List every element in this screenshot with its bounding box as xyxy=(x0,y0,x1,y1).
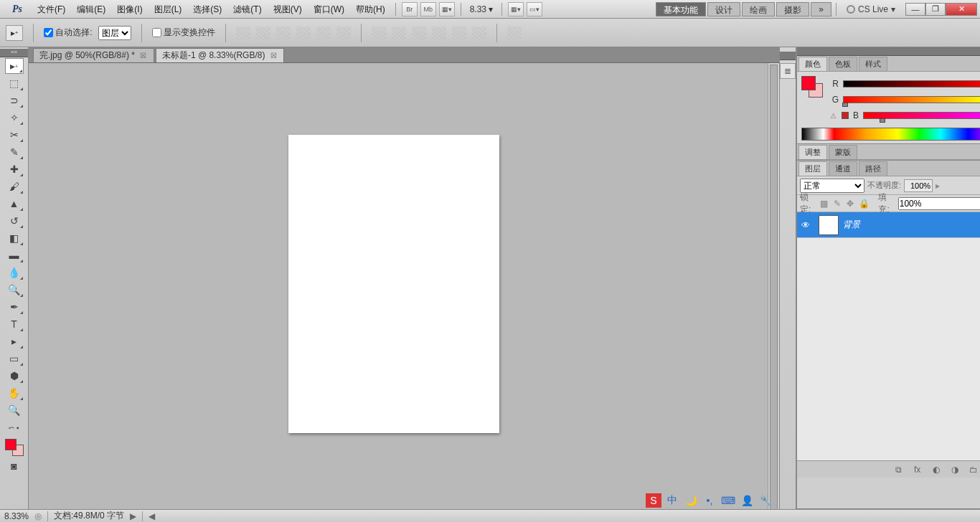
close-tab-icon[interactable]: ☒ xyxy=(269,52,278,60)
stamp-tool[interactable]: ▲ xyxy=(5,196,24,212)
blur-tool[interactable]: 💧 xyxy=(5,265,24,280)
tab-layers[interactable]: 图层 xyxy=(798,161,827,176)
link-layers-icon[interactable]: ⧉ xyxy=(892,464,905,475)
layer-name[interactable]: 背景 xyxy=(843,219,980,231)
type-tool[interactable]: T xyxy=(5,316,24,332)
history-brush-tool[interactable]: ↺ xyxy=(5,213,24,229)
opacity-stepper-icon[interactable]: ▸ xyxy=(936,181,940,191)
color-swatches[interactable] xyxy=(4,437,25,457)
tray-icon[interactable]: 🔧 xyxy=(758,493,773,508)
status-zoom[interactable]: 8.33% xyxy=(4,511,29,521)
panel-fg-swatch[interactable] xyxy=(801,76,816,90)
tab-channels[interactable]: 通道 xyxy=(829,161,857,176)
tray-icon[interactable]: 👤 xyxy=(739,493,755,508)
adjustment-layer-icon[interactable]: ◑ xyxy=(948,464,961,475)
path-select-tool[interactable]: ▸ xyxy=(5,333,24,349)
lock-pixels-icon[interactable]: ✎ xyxy=(833,198,842,209)
gamut-swatch[interactable] xyxy=(842,112,849,119)
visibility-toggle-icon[interactable]: 👁 xyxy=(797,220,814,230)
eraser-tool[interactable]: ◧ xyxy=(5,230,24,246)
show-transform-checkbox[interactable]: 显示变换控件 xyxy=(152,27,215,39)
tab-color[interactable]: 颜色 xyxy=(798,57,827,71)
menu-window[interactable]: 窗口(W) xyxy=(308,2,350,16)
workspace-photo[interactable]: 摄影 xyxy=(776,2,809,16)
menu-filter[interactable]: 滤镜(T) xyxy=(227,2,267,16)
close-button[interactable]: ✕ xyxy=(946,3,977,16)
quickmask-tool[interactable]: ◙ xyxy=(5,458,24,474)
panel-color-swatches[interactable] xyxy=(801,76,823,98)
swap-colors-icon[interactable]: ⤺ ▪ xyxy=(5,422,24,432)
lock-transparency-icon[interactable]: ▩ xyxy=(819,198,828,209)
mask-icon[interactable]: ◐ xyxy=(930,464,943,475)
crop-tool[interactable]: ✂ xyxy=(5,127,24,143)
menu-select[interactable]: 选择(S) xyxy=(187,2,227,16)
history-panel-icon[interactable]: ≣ xyxy=(780,63,796,79)
hand-tool[interactable]: ✋ xyxy=(5,385,24,401)
tab-adjustments[interactable]: 调整 xyxy=(798,145,827,159)
gamut-warning-icon[interactable]: ⚠ xyxy=(830,112,837,119)
dock-grip[interactable] xyxy=(780,52,796,60)
tab-paths[interactable]: 路径 xyxy=(859,161,887,176)
lock-all-icon[interactable]: 🔒 xyxy=(859,198,870,209)
tab-masks[interactable]: 蒙版 xyxy=(829,145,857,159)
status-scroll-left-icon[interactable]: ◀ xyxy=(149,511,155,521)
workspace-design[interactable]: 设计 xyxy=(707,2,740,16)
move-tool[interactable]: ▸+ xyxy=(5,58,24,74)
tab-swatches[interactable]: 色板 xyxy=(829,57,857,71)
3d-tool[interactable]: ⬢ xyxy=(5,368,24,384)
canvas[interactable] xyxy=(288,135,499,433)
workspace-more[interactable]: » xyxy=(811,2,831,16)
maximize-button[interactable]: ❐ xyxy=(925,3,946,16)
panel-grip[interactable] xyxy=(797,47,980,56)
menu-image[interactable]: 图像(I) xyxy=(111,2,148,16)
vertical-scrollbar[interactable] xyxy=(768,63,779,509)
opacity-input[interactable] xyxy=(904,179,933,192)
g-slider[interactable] xyxy=(843,96,980,103)
zoom-tool[interactable]: 🔍 xyxy=(5,402,24,418)
document-tab[interactable]: 未标题-1 @ 8.33%(RGB/8) ☒ xyxy=(156,48,285,62)
marquee-tool[interactable]: ⬚ xyxy=(5,75,24,91)
menu-edit[interactable]: 编辑(E) xyxy=(71,2,111,16)
current-tool-icon[interactable]: ▸+ xyxy=(6,25,23,41)
shape-tool[interactable]: ▭ xyxy=(5,351,24,366)
zoom-indicator[interactable]: 8.33 ▾ xyxy=(466,4,498,14)
tray-icon[interactable]: •, xyxy=(702,493,717,508)
auto-select-dropdown[interactable]: 图层 xyxy=(98,26,131,40)
lasso-tool[interactable]: ⊃ xyxy=(5,92,24,108)
brush-tool[interactable]: 🖌 xyxy=(5,179,24,194)
screenmode-button[interactable]: ▭▾ xyxy=(527,2,542,16)
auto-select-checkbox[interactable]: 自动选择: xyxy=(44,27,93,39)
quick-select-tool[interactable]: ✧ xyxy=(5,110,24,125)
layer-row[interactable]: 👁 背景 🔒 xyxy=(797,212,980,238)
tray-icon[interactable]: ⌨ xyxy=(720,493,736,508)
menu-layer[interactable]: 图层(L) xyxy=(149,2,188,16)
tray-icon[interactable]: S xyxy=(646,493,661,508)
workspace-paint[interactable]: 绘画 xyxy=(742,2,775,16)
status-docinfo[interactable]: 文档:49.8M/0 字节 xyxy=(54,510,124,522)
blend-mode-dropdown[interactable]: 正常 xyxy=(800,179,864,193)
menu-help[interactable]: 帮助(H) xyxy=(350,2,391,16)
tab-styles[interactable]: 样式 xyxy=(859,57,887,71)
minibridge-button[interactable]: Mb xyxy=(420,2,436,16)
foreground-swatch[interactable] xyxy=(5,439,17,450)
close-tab-icon[interactable]: ☒ xyxy=(139,52,148,60)
arrange-docs-button[interactable]: ▦▾ xyxy=(508,2,524,16)
layer-thumbnail[interactable] xyxy=(819,215,839,235)
minimize-button[interactable]: — xyxy=(905,3,925,16)
b-slider[interactable] xyxy=(863,112,980,119)
tray-icon[interactable]: 中 xyxy=(664,493,680,508)
workspace-essentials[interactable]: 基本功能 xyxy=(656,2,706,16)
status-menu-icon[interactable]: ▶ xyxy=(130,511,136,521)
status-icon[interactable]: ◎ xyxy=(34,511,42,521)
dodge-tool[interactable]: 🔍 xyxy=(5,282,24,298)
canvas-viewport[interactable]: S 中 🌙 •, ⌨ 👤 🔧 xyxy=(29,63,779,509)
document-tab[interactable]: 完.jpg @ 50%(RGB/8#) * ☒ xyxy=(33,48,154,62)
menu-file[interactable]: 文件(F) xyxy=(32,2,71,16)
color-spectrum[interactable] xyxy=(801,128,980,141)
cslive-button[interactable]: CS Live ▾ xyxy=(841,4,901,14)
healing-tool[interactable]: ✚ xyxy=(5,161,24,177)
fx-icon[interactable]: fx xyxy=(911,464,924,475)
tray-icon[interactable]: 🌙 xyxy=(683,493,699,508)
pen-tool[interactable]: ✒ xyxy=(5,299,24,315)
fill-input[interactable] xyxy=(898,197,980,210)
